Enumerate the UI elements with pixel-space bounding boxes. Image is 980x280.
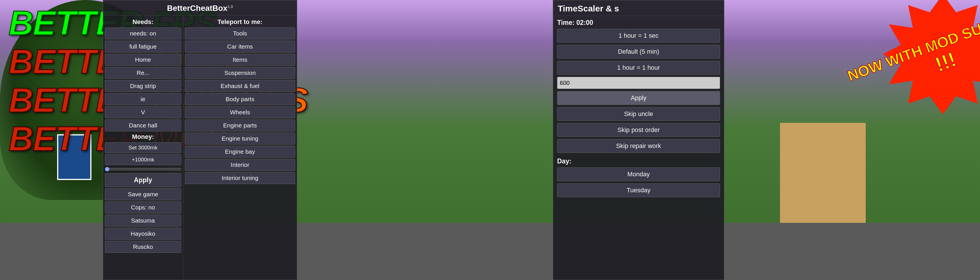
money-label: Money: [105,132,181,141]
cheat-left-col: Needs: needs: on full fatigue Home Re...… [103,16,183,280]
hayosiko-btn[interactable]: Hayosiko [105,228,181,240]
ruscko-btn[interactable]: Ruscko [105,241,181,253]
time-display: Time: 02:00 [557,19,720,27]
teleport-tools-btn[interactable]: Tools [185,27,295,40]
money-slider[interactable] [105,166,181,172]
day-label: Day: [557,158,720,165]
needs-label: Needs: [105,18,181,26]
time-value-input[interactable] [557,77,720,89]
time-panel-body: Time: 02:00 1 hour = 1 sec Default (5 mi… [553,16,724,200]
cheat-title-text: BetterCheatBox [167,4,228,13]
cheat-panel-title: BetterCheatBox1.0 [103,0,297,16]
cheat-panel-body: Needs: needs: on full fatigue Home Re...… [103,16,297,280]
money-buttons-row: Set 3000mk [105,142,181,153]
teleport-interior-tuning-btn[interactable]: Interior tuning [185,172,295,184]
add-1000-btn[interactable]: +1000mk [105,154,181,165]
monday-btn[interactable]: Monday [557,167,720,181]
time-panel: NOW WITH MOD SUPPORT !!! TimeScaler & s … [553,0,724,280]
money-slider-row [105,166,181,172]
satsuma-btn[interactable]: Satsuma [105,215,181,227]
set-3000-btn[interactable]: Set 3000mk [105,142,181,153]
time-panel-title: TimeScaler & s [553,0,724,16]
teleport-car-items-btn[interactable]: Car items [185,41,295,52]
cops-toggle-btn[interactable]: Cops: no [105,201,181,213]
teleport-engine-parts-btn[interactable]: Engine parts [185,119,295,131]
dance-hall-btn[interactable]: Dance hall [105,119,181,131]
one-hour-hour-btn[interactable]: 1 hour = 1 hour [557,61,720,75]
save-game-btn[interactable]: Save game [105,188,181,200]
teleport-label: Teleport to me: [185,18,295,26]
main-ui-layout: BetterCheatBox1.0 Needs: needs: on full … [0,0,980,280]
needs-toggle-btn[interactable]: needs: on [105,27,181,40]
mid-spacer [297,0,553,280]
money-apply-btn[interactable]: Apply [105,173,181,187]
cheat-right-col: Teleport to me: Tools Car items Items Su… [183,16,297,280]
starburst-shape: NOW WITH MOD SUPPORT !!! [883,0,980,114]
add-money-row: +1000mk [105,154,181,165]
skip-repair-btn[interactable]: Skip repair work [557,139,720,153]
teleport-body-btn[interactable]: Body parts [185,93,295,105]
teleport-engine-tuning-btn[interactable]: Engine tuning [185,132,295,145]
time-apply-btn[interactable]: Apply [557,91,720,105]
ie-btn[interactable]: ie [105,93,181,105]
teleport-suspension-btn[interactable]: Suspension [185,67,295,79]
cheat-panel: BetterCheatBox1.0 Needs: needs: on full … [103,0,297,280]
teleport-wheels-btn[interactable]: Wheels [185,106,295,118]
teleport-interior-btn[interactable]: Interior [185,159,295,171]
default-btn[interactable]: Default (5 min) [557,45,720,59]
starburst-badge: NOW WITH MOD SUPPORT !!! [883,0,980,114]
reppu-btn[interactable]: Re... [105,67,181,79]
left-spacer [0,0,103,280]
tuesday-btn[interactable]: Tuesday [557,183,720,197]
v-btn[interactable]: V [105,106,181,118]
full-fatigue-btn[interactable]: full fatigue [105,41,181,52]
teleport-items-btn[interactable]: Items [185,54,295,66]
drag-strip-btn[interactable]: Drag strip [105,80,181,92]
teleport-engine-bay-btn[interactable]: Engine bay [185,146,295,158]
teleport-exhaust-btn[interactable]: Exhaust & fuel [185,80,295,92]
one-hour-sec-btn[interactable]: 1 hour = 1 sec [557,29,720,43]
home-btn[interactable]: Home [105,54,181,66]
skip-post-btn[interactable]: Skip post order [557,123,720,137]
skip-uncle-btn[interactable]: Skip uncle [557,107,720,121]
cheat-version: 1.0 [228,4,233,9]
